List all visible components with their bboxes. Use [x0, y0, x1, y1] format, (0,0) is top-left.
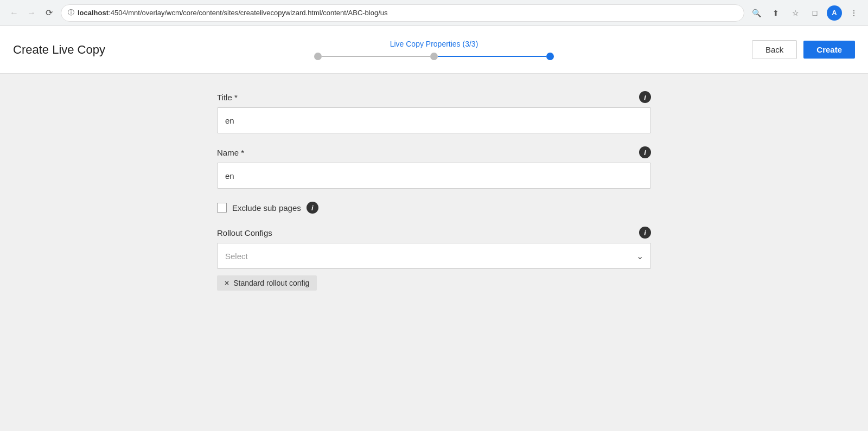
tag-label: Standard rollout config [233, 279, 309, 287]
rollout-label: Rollout Configs [217, 228, 272, 237]
name-label: Name * [217, 148, 244, 157]
exclude-subpages-checkbox[interactable] [217, 203, 227, 213]
name-info-icon[interactable]: i [639, 146, 651, 158]
rollout-select-wrapper: Select Standard rollout config ⌄ [217, 243, 651, 269]
back-nav-button[interactable]: ← [7, 5, 22, 21]
menu-button[interactable]: ⋮ [846, 5, 861, 21]
title-label: Title * [217, 93, 238, 102]
zoom-button[interactable]: 🔍 [749, 5, 764, 21]
step-2-line [438, 56, 546, 57]
create-button[interactable]: Create [803, 41, 855, 59]
bookmark-button[interactable]: ☆ [788, 5, 803, 21]
name-label-row: Name * i [217, 146, 651, 158]
title-info-icon[interactable]: i [639, 91, 651, 103]
url-text: localhost:4504/mnt/overlay/wcm/core/cont… [78, 9, 388, 17]
step-1-line [322, 56, 430, 57]
step-2-dot [430, 53, 438, 60]
exclude-subpages-label: Exclude sub pages [232, 203, 301, 213]
exclude-subpages-row: Exclude sub pages i [217, 202, 651, 214]
user-avatar-button[interactable]: A [827, 5, 842, 21]
nav-buttons: ← → ⟳ [7, 5, 56, 21]
main-content: Title * i Name * i Exclude sub pages i [0, 74, 868, 431]
wizard-step-label: Live Copy Properties (3/3) [390, 40, 478, 48]
browser-chrome: ← → ⟳ ⓘ localhost:4504/mnt/overlay/wcm/c… [0, 0, 868, 26]
profile-button[interactable]: □ [807, 5, 822, 21]
rollout-label-row: Rollout Configs i [217, 227, 651, 239]
reload-button[interactable]: ⟳ [41, 5, 56, 21]
share-button[interactable]: ⬆ [768, 5, 783, 21]
step-3-dot [546, 53, 554, 60]
exclude-info-icon[interactable]: i [307, 202, 318, 214]
header-actions: Back Create [752, 40, 855, 59]
page-title: Create Live Copy [13, 43, 105, 57]
lock-icon: ⓘ [68, 8, 74, 17]
app-container: Create Live Copy Live Copy Properties (3… [0, 26, 868, 431]
browser-actions: 🔍 ⬆ ☆ □ A ⋮ [749, 5, 861, 21]
title-label-row: Title * i [217, 91, 651, 103]
rollout-info-icon[interactable]: i [639, 227, 651, 239]
title-input[interactable] [217, 107, 651, 133]
address-bar[interactable]: ⓘ localhost:4504/mnt/overlay/wcm/core/co… [61, 4, 744, 22]
wizard-progress: Live Copy Properties (3/3) [314, 40, 554, 60]
app-header: Create Live Copy Live Copy Properties (3… [0, 26, 868, 74]
title-form-group: Title * i [217, 91, 651, 133]
name-form-group: Name * i [217, 146, 651, 189]
name-input[interactable] [217, 163, 651, 189]
tag-list: × Standard rollout config [217, 275, 651, 291]
rollout-form-group: Rollout Configs i Select Standard rollou… [217, 227, 651, 291]
rollout-select[interactable]: Select Standard rollout config [217, 243, 651, 269]
tag-remove-button[interactable]: × [225, 279, 229, 287]
progress-indicator [314, 53, 554, 60]
step-1-dot [314, 53, 322, 60]
rollout-config-tag: × Standard rollout config [217, 275, 317, 291]
forward-nav-button[interactable]: → [24, 5, 39, 21]
back-button[interactable]: Back [752, 40, 797, 59]
form-container: Title * i Name * i Exclude sub pages i [217, 91, 651, 414]
